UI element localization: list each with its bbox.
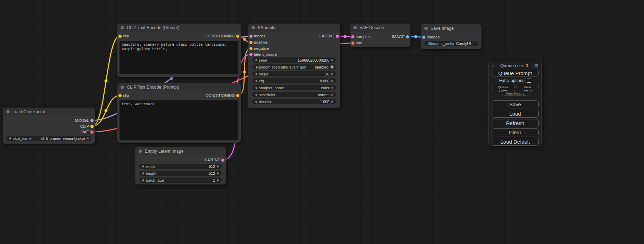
input-dot-clip[interactable]	[118, 35, 122, 38]
input-dot-latent-image[interactable]	[249, 53, 253, 56]
increment-icon[interactable]: ▶	[217, 178, 219, 183]
increment-icon[interactable]: ▶	[332, 85, 334, 90]
widget-height[interactable]: ◀ height 512 ▶	[139, 171, 222, 176]
widget-sampler-name[interactable]: ◀ sampler_name euler ▶	[252, 85, 336, 90]
widget-filename-prefix[interactable]: filename_prefix ComfyUI	[424, 41, 478, 46]
collapse-toggle-icon[interactable]	[121, 26, 124, 29]
node-header[interactable]: Empty Latent Image	[135, 147, 226, 155]
widget-label: filename_prefix	[428, 42, 454, 46]
toggle-icon[interactable]	[330, 65, 334, 69]
node-header[interactable]: CLIP Text Encode (Prompt)	[117, 24, 241, 32]
collapse-toggle-icon[interactable]	[424, 27, 428, 30]
link-midpoint-dot	[105, 80, 108, 83]
widget-value: euler	[321, 86, 329, 90]
increment-icon[interactable]: ▶	[332, 99, 334, 104]
decrement-icon[interactable]: ◀	[142, 178, 144, 183]
collapse-toggle-icon[interactable]	[121, 85, 124, 89]
output-dot-conditioning[interactable]	[236, 35, 239, 38]
increment-icon[interactable]: ▶	[332, 57, 334, 63]
input-dot-vae[interactable]	[351, 42, 354, 45]
node-header[interactable]: VAE Decode	[350, 24, 411, 32]
extra-options-label: Extra options	[499, 78, 524, 83]
decrement-icon[interactable]: ◀	[142, 164, 144, 169]
load-button[interactable]: Load	[492, 110, 539, 118]
input-dot-model[interactable]	[249, 35, 253, 38]
refresh-button[interactable]: Refresh	[492, 119, 539, 127]
output-dot-latent[interactable]	[221, 159, 224, 162]
increment-icon[interactable]: ▶	[332, 92, 334, 97]
widget-label: sampler_name	[259, 86, 284, 90]
node-load-checkpoint[interactable]: Load Checkpoint MODEL CLIP VAE ◀ ckpt_na…	[3, 108, 95, 144]
decrement-icon[interactable]: ◀	[255, 71, 257, 76]
collapse-toggle-icon[interactable]	[252, 26, 255, 29]
node-empty-latent-image[interactable]: Empty Latent Image LATENT ◀ width 512 ▶ …	[135, 147, 226, 184]
input-label-positive: positive	[254, 39, 267, 45]
output-dot-latent[interactable]	[336, 35, 339, 38]
decrement-icon[interactable]: ◀	[255, 99, 257, 104]
clear-button[interactable]: Clear	[492, 128, 539, 136]
widget-ckpt-name[interactable]: ◀ ckpt_name v1-5-pruned-emaonly.ckpt ▶	[6, 136, 91, 141]
drag-handle-icon[interactable]: ⠿	[492, 63, 494, 68]
widget-value: 8.000	[320, 79, 329, 83]
increment-icon[interactable]: ▶	[332, 71, 334, 76]
widget-width[interactable]: ◀ width 512 ▶	[139, 164, 222, 169]
increment-icon[interactable]: ▶	[217, 164, 219, 169]
settings-gear-icon[interactable]: ⚙	[534, 63, 539, 68]
output-dot-model[interactable]	[90, 119, 94, 122]
input-label-samples: samples	[356, 34, 371, 39]
node-vae-decode[interactable]: VAE Decode samples vae IMAGE	[350, 24, 411, 47]
output-dot-conditioning[interactable]	[236, 94, 239, 97]
node-save-image[interactable]: Save Image images filename_prefix ComfyU…	[421, 24, 482, 49]
link-clip-negative	[92, 96, 120, 126]
queue-prompt-button[interactable]: Queue Prompt	[492, 70, 539, 76]
node-header[interactable]: Load Checkpoint	[3, 108, 95, 116]
widget-steps[interactable]: ◀ steps 20 ▶	[252, 71, 336, 76]
widget-cfg[interactable]: ◀ cfg 8.000 ▶	[252, 78, 336, 83]
save-button[interactable]: Save	[492, 100, 539, 108]
decrement-icon[interactable]: ◀	[255, 78, 257, 83]
widget-seed[interactable]: ◀ seed 156680208700286 ▶	[252, 57, 336, 63]
view-history-button[interactable]: View History	[502, 91, 528, 96]
decrement-icon[interactable]: ◀	[255, 92, 257, 97]
node-header[interactable]: CLIP Text Encode (Prompt)	[117, 83, 241, 91]
link-midpoint-dot	[344, 35, 347, 38]
collapse-toggle-icon[interactable]	[6, 110, 10, 114]
output-dot-clip[interactable]	[90, 125, 94, 128]
extra-options-checkbox[interactable]	[527, 79, 531, 83]
prompt-textarea[interactable]: beautiful scenery nature glass bottle la…	[120, 41, 238, 74]
input-dot-clip[interactable]	[118, 94, 122, 97]
widget-batch-size[interactable]: ◀ batch_size 1 ▶	[139, 178, 222, 183]
decrement-icon[interactable]: ◀	[142, 171, 144, 176]
input-dot-images[interactable]	[422, 36, 425, 39]
input-label-images: images	[427, 34, 440, 40]
queue-front-button[interactable]: Queue Front	[492, 85, 515, 89]
load-default-button[interactable]: Load Default	[492, 138, 539, 146]
input-dot-negative[interactable]	[249, 47, 253, 50]
decrement-icon[interactable]: ◀	[255, 57, 257, 63]
input-label-latent-image: latent_image	[254, 52, 277, 57]
prompt-textarea[interactable]: text, watermark	[120, 100, 238, 140]
view-queue-button[interactable]: View Queue	[516, 85, 539, 89]
node-canvas[interactable]: Load Checkpoint MODEL CLIP VAE ◀ ckpt_na…	[0, 0, 644, 244]
output-dot-vae[interactable]	[90, 130, 94, 134]
decrement-icon[interactable]: ◀	[255, 85, 257, 90]
increment-icon[interactable]: ▶	[217, 171, 219, 176]
widget-random-seed-toggle[interactable]: Random seed after every gen enabled	[252, 64, 336, 70]
input-dot-samples[interactable]	[351, 35, 354, 38]
increment-icon[interactable]: ▶	[87, 136, 89, 141]
collapse-toggle-icon[interactable]	[353, 26, 357, 29]
node-clip-text-encode-positive[interactable]: CLIP Text Encode (Prompt) clip CONDITION…	[117, 24, 241, 77]
collapse-toggle-icon[interactable]	[139, 150, 142, 153]
input-dot-positive[interactable]	[249, 41, 253, 44]
node-ksampler[interactable]: KSampler model positive negative latent_…	[248, 24, 340, 108]
node-header[interactable]: Save Image	[421, 24, 482, 33]
extra-options-row: Extra options	[492, 78, 539, 83]
widget-denoise[interactable]: ◀ denoise 1.000 ▶	[252, 99, 336, 104]
output-dot-image[interactable]	[406, 35, 409, 38]
widget-label: cfg	[259, 79, 264, 83]
node-clip-text-encode-negative[interactable]: CLIP Text Encode (Prompt) clip CONDITION…	[117, 83, 241, 143]
widget-scheduler[interactable]: ◀ scheduler normal ▶	[252, 92, 336, 97]
decrement-icon[interactable]: ◀	[9, 136, 11, 141]
increment-icon[interactable]: ▶	[332, 78, 334, 83]
node-header[interactable]: KSampler	[248, 24, 340, 32]
